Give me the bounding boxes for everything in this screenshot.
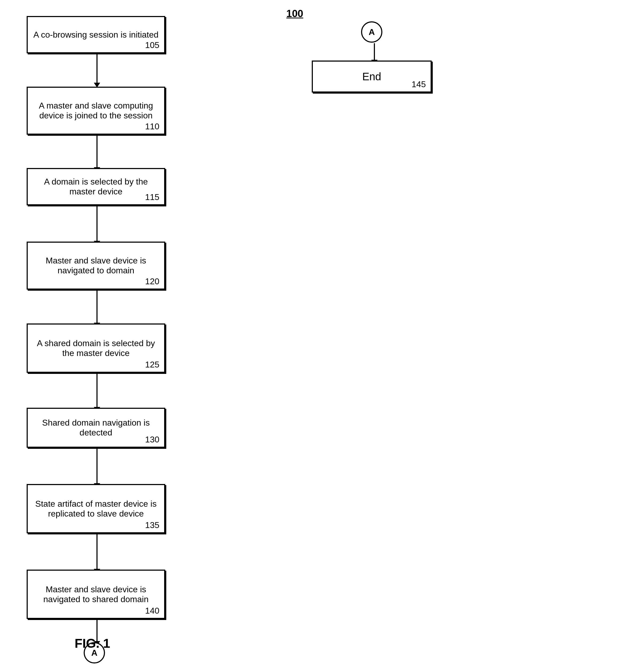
step-125-text: A shared domain is selected by the maste… — [33, 338, 159, 358]
step-140-text: Master and slave device is navigated to … — [33, 585, 159, 604]
step-120-text: Master and slave device is navigated to … — [33, 256, 159, 276]
end-step-num: 145 — [412, 80, 426, 89]
circle-a-top-right: A — [361, 21, 382, 43]
step-140-num: 140 — [145, 606, 159, 616]
step-135-text: State artifact of master device is repli… — [33, 499, 159, 519]
step-115-num: 115 — [145, 192, 159, 202]
figure-number: 100 — [287, 8, 303, 20]
step-105-text: A co-browsing session is initiated — [33, 30, 158, 40]
arrow-2 — [94, 135, 100, 172]
step-135-box: State artifact of master device is repli… — [27, 484, 165, 533]
step-130-box: Shared domain navigation is detected 130 — [27, 408, 165, 448]
step-105-num: 105 — [145, 40, 159, 50]
end-text: End — [362, 71, 381, 83]
arrow-1 — [94, 53, 100, 87]
step-140-box: Master and slave device is navigated to … — [27, 569, 165, 619]
step-110-text: A master and slave computing device is j… — [33, 101, 159, 120]
arrow-4 — [94, 291, 100, 328]
step-135-num: 135 — [145, 520, 159, 530]
step-130-num: 130 — [145, 435, 159, 445]
step-130-text: Shared domain navigation is detected — [33, 418, 159, 438]
step-105-box: A co-browsing session is initiated 105 — [27, 16, 165, 53]
step-120-num: 120 — [145, 277, 159, 286]
arrow-5 — [94, 373, 100, 412]
fig-label: FIG. 1 — [75, 636, 110, 651]
step-115-text: A domain is selected by the master devic… — [33, 177, 159, 197]
step-120-box: Master and slave device is navigated to … — [27, 242, 165, 289]
step-115-box: A domain is selected by the master devic… — [27, 168, 165, 205]
arrow-3 — [94, 206, 100, 246]
step-110-box: A master and slave computing device is j… — [27, 87, 165, 135]
end-box: End 145 — [312, 60, 432, 92]
step-110-num: 110 — [145, 121, 159, 132]
step-125-num: 125 — [145, 360, 159, 370]
arrow-7 — [94, 534, 100, 573]
step-125-box: A shared domain is selected by the maste… — [27, 324, 165, 373]
diagram: 100 A co-browsing session is initiated 1… — [0, 0, 623, 672]
arrow-6 — [94, 449, 100, 488]
